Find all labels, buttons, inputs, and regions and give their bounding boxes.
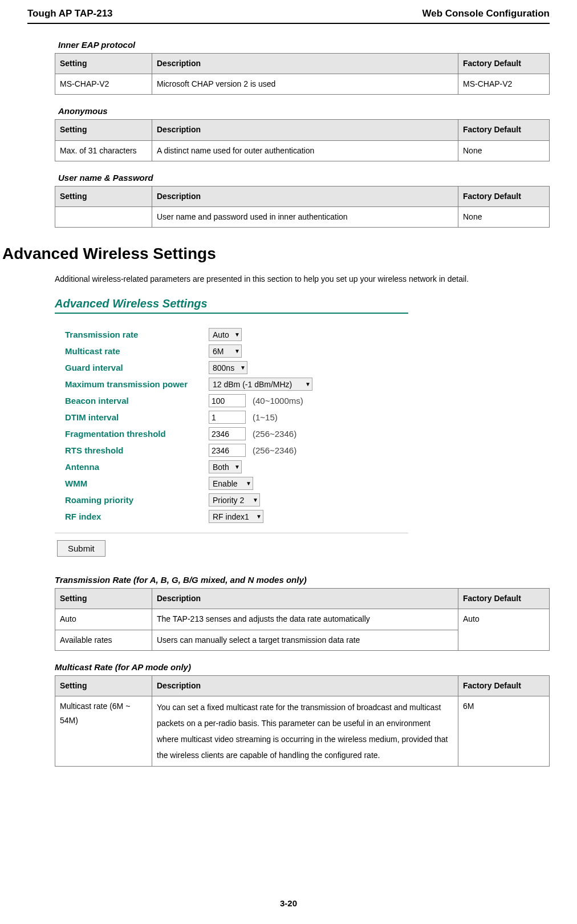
heading-userpw: User name & Password xyxy=(58,173,550,183)
select-value: 6M xyxy=(213,347,224,356)
input-dtim-interval[interactable] xyxy=(209,411,246,424)
table-row: Max. of 31 characters A distinct name us… xyxy=(55,140,550,161)
heading-anonymous: Anonymous xyxy=(58,106,550,116)
field-label: Roaming priority xyxy=(55,495,209,505)
input-rts-threshold[interactable] xyxy=(209,444,246,457)
field-hint: (1~15) xyxy=(253,412,278,422)
page-header: Tough AP TAP-213 Web Console Configurati… xyxy=(27,8,550,24)
header-left: Tough AP TAP-213 xyxy=(27,8,113,19)
field-label: RTS threshold xyxy=(55,445,209,455)
form-row: Transmission rateAuto▼ xyxy=(55,326,550,343)
form-row: Guard interval800ns▼ xyxy=(55,359,550,376)
form-row: DTIM interval(1~15) xyxy=(55,409,550,425)
intro-paragraph: Additional wireless-related parameters a… xyxy=(55,271,550,287)
page-number: 3-20 xyxy=(0,898,577,908)
divider xyxy=(55,533,408,533)
select-value: Both xyxy=(213,463,229,472)
field-hint: (256~2346) xyxy=(253,429,296,439)
table-row: Auto The TAP-213 senses and adjusts the … xyxy=(55,609,550,630)
table-tx-rate: Setting Description Factory Default Auto… xyxy=(55,588,550,651)
field-label: Maximum transmission power xyxy=(55,379,209,389)
select-multicast-rate[interactable]: 6M▼ xyxy=(209,345,242,358)
heading-tx-rate: Transmission Rate (for A, B, G, B/G mixe… xyxy=(55,575,550,585)
input-beacon-interval[interactable] xyxy=(209,394,246,407)
heading-multicast: Multicast Rate (for AP mode only) xyxy=(55,662,550,672)
form-row: Fragmentation threshold(256~2346) xyxy=(55,425,550,442)
input-fragmentation-threshold[interactable] xyxy=(209,427,246,440)
select-value: Priority 2 xyxy=(213,496,244,505)
select-transmission-rate[interactable]: Auto▼ xyxy=(209,328,242,341)
table-inner-eap: Setting Description Factory Default MS-C… xyxy=(55,53,550,95)
select-value: Auto xyxy=(213,330,229,339)
field-label: Multicast rate xyxy=(55,346,209,356)
chevron-down-icon: ▼ xyxy=(305,381,311,387)
field-label: Transmission rate xyxy=(55,330,209,339)
field-label: WMM xyxy=(55,479,209,488)
field-hint: (256~2346) xyxy=(253,445,296,455)
form-row: AntennaBoth▼ xyxy=(55,459,550,475)
form-row: RF indexRF index1▼ xyxy=(55,508,550,525)
th-description: Description xyxy=(152,54,458,74)
form-row: RTS threshold(256~2346) xyxy=(55,442,550,459)
select-rf-index[interactable]: RF index1▼ xyxy=(209,510,263,523)
table-multicast: Setting Description Factory Default Mult… xyxy=(55,675,550,767)
screenshot-panel: Advanced Wireless Settings Transmission … xyxy=(55,297,550,559)
select-antenna[interactable]: Both▼ xyxy=(209,460,242,473)
field-label: Guard interval xyxy=(55,363,209,372)
field-label: Fragmentation threshold xyxy=(55,429,209,439)
select-value: 800ns xyxy=(213,363,234,372)
chevron-down-icon: ▼ xyxy=(240,364,246,371)
panel-title: Advanced Wireless Settings xyxy=(55,297,408,314)
table-anonymous: Setting Description Factory Default Max.… xyxy=(55,119,550,161)
th-setting: Setting xyxy=(55,54,152,74)
table-row: Multicast rate (6M ~ 54M) You can set a … xyxy=(55,696,550,766)
select-value: 12 dBm (-1 dBm/MHz) xyxy=(213,380,292,389)
select-value: RF index1 xyxy=(213,512,249,521)
chevron-down-icon: ▼ xyxy=(234,464,240,470)
th-factory-default: Factory Default xyxy=(458,54,550,74)
chevron-down-icon: ▼ xyxy=(234,331,240,338)
field-hint: (40~1000ms) xyxy=(253,396,303,406)
chevron-down-icon: ▼ xyxy=(256,513,262,520)
field-label: Antenna xyxy=(55,462,209,472)
select-maximum-transmission-power[interactable]: 12 dBm (-1 dBm/MHz)▼ xyxy=(209,378,312,391)
heading-inner-eap: Inner EAP protocol xyxy=(58,40,550,50)
select-roaming-priority[interactable]: Priority 2▼ xyxy=(209,493,260,506)
select-value: Enable xyxy=(213,479,238,488)
form-row: Multicast rate6M▼ xyxy=(55,343,550,359)
table-userpw: Setting Description Factory Default User… xyxy=(55,186,550,228)
select-guard-interval[interactable]: 800ns▼ xyxy=(209,361,247,374)
form-row: WMMEnable▼ xyxy=(55,475,550,492)
chevron-down-icon: ▼ xyxy=(246,480,251,487)
field-label: Beacon interval xyxy=(55,396,209,406)
chevron-down-icon: ▼ xyxy=(234,348,240,354)
field-label: RF index xyxy=(55,512,209,521)
field-label: DTIM interval xyxy=(55,412,209,422)
table-row: User name and password used in inner aut… xyxy=(55,206,550,227)
select-wmm[interactable]: Enable▼ xyxy=(209,477,253,490)
table-row: MS-CHAP-V2 Microsoft CHAP version 2 is u… xyxy=(55,74,550,95)
header-right: Web Console Configuration xyxy=(422,8,550,19)
page-title: Advanced Wireless Settings xyxy=(2,245,550,263)
chevron-down-icon: ▼ xyxy=(253,497,258,503)
form-row: Roaming priorityPriority 2▼ xyxy=(55,492,550,508)
form-row: Maximum transmission power12 dBm (-1 dBm… xyxy=(55,376,550,392)
form-row: Beacon interval(40~1000ms) xyxy=(55,392,550,409)
submit-button[interactable]: Submit xyxy=(57,540,105,557)
